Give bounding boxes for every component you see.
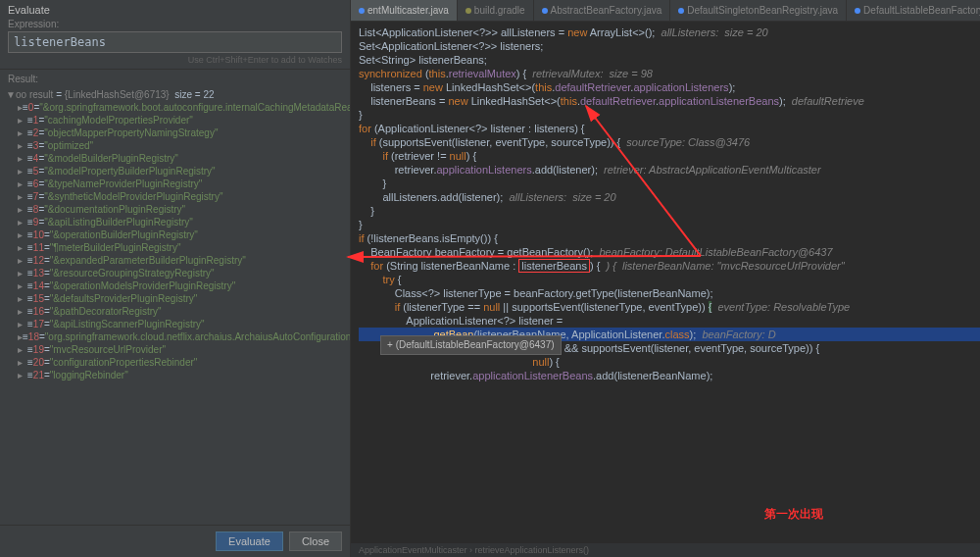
tree-item[interactable]: ▸ ≡ 15 = "&defaultsProviderPluginRegistr… (4, 292, 346, 305)
debug-tooltip: + (DefaultListableBeanFactory@6437) (380, 335, 562, 355)
editor-tab[interactable]: entMulticaster.java (351, 0, 458, 21)
tree-item[interactable]: ▸ ≡ 18 = "org.springframework.cloud.netf… (4, 330, 346, 343)
editor-tab[interactable]: AbstractBeanFactory.java (534, 0, 671, 21)
tree-item[interactable]: ▸ ≡ 8 = "&documentationPluginRegistry" (4, 203, 346, 216)
tree-item[interactable]: ▸ ≡ 14 = "&operationModelsProviderPlugin… (4, 279, 346, 292)
tree-item[interactable]: ▸ ≡ 4 = "&modelBuilderPluginRegistry" (4, 152, 346, 165)
tree-item[interactable]: ▸ ≡ 6 = "&typeNameProviderPluginRegistry… (4, 177, 346, 190)
result-tree[interactable]: ▼ oo result = {LinkedHashSet@6713} size … (0, 86, 350, 525)
hint-text: Use Ctrl+Shift+Enter to add to Watches (8, 55, 342, 65)
tree-root[interactable]: ▼ oo result = {LinkedHashSet@6713} size … (4, 88, 346, 101)
dialog-title: Evaluate (8, 4, 342, 16)
evaluate-button[interactable]: Evaluate (216, 532, 283, 551)
tree-item[interactable]: ▸ ≡ 12 = "&expandedParameterBuilderPlugi… (4, 254, 346, 267)
tree-item[interactable]: ▸ ≡ 16 = "&pathDecoratorRegistry" (4, 305, 346, 318)
code-editor[interactable]: List<ApplicationListener<?>> allListener… (351, 22, 980, 543)
tree-item[interactable]: ▸ ≡ 3 = "optimized" (4, 139, 346, 152)
tree-item[interactable]: ▸ ≡ 19 = "mvcResourceUrlProvider" (4, 343, 346, 356)
tree-item[interactable]: ▸ ≡ 1 = "cachingModelPropertiesProvider" (4, 114, 346, 127)
editor-tab[interactable]: DefaultSingletonBeanRegistry.java (670, 0, 847, 21)
tree-item[interactable]: ▸ ≡ 13 = "&resourceGroupingStrategyRegis… (4, 267, 346, 279)
close-button[interactable]: Close (289, 532, 342, 551)
tree-item[interactable]: ▸ ≡ 9 = "&apiListingBuilderPluginRegistr… (4, 216, 346, 228)
editor-tab[interactable]: build.gradle (458, 0, 534, 21)
editor-tabs[interactable]: entMulticaster.javabuild.gradleAbstractB… (351, 0, 980, 22)
tree-item[interactable]: ▸ ≡ 7 = "&syntheticModelProviderPluginRe… (4, 190, 346, 203)
tree-item[interactable]: ▸ ≡ 17 = "&apiListingScannerPluginRegist… (4, 318, 346, 330)
annotation-text: 第一次出现 (764, 506, 823, 523)
tree-item[interactable]: ▸ ≡ 2 = "objectMapperPropertyNamingStrat… (4, 127, 346, 139)
result-label: Result: (8, 74, 342, 84)
tree-item[interactable]: ▸ ≡ 5 = "&modelPropertyBuilderPluginRegi… (4, 165, 346, 177)
expression-label: Expression: (8, 19, 342, 29)
tree-item[interactable]: ▸ ≡ 0 = "&org.springframework.boot.autoc… (4, 101, 346, 114)
tree-item[interactable]: ▸ ≡ 20 = "configurationPropertiesRebinde… (4, 356, 346, 369)
editor-tab[interactable]: DefaultListableBeanFactory.java (847, 0, 980, 21)
breadcrumb[interactable]: ApplicationEventMulticaster › retrieveAp… (351, 543, 980, 557)
expression-input[interactable] (8, 31, 342, 53)
tree-item[interactable]: ▸ ≡ 10 = "&operationBuilderPluginRegistr… (4, 228, 346, 241)
tree-item[interactable]: ▸ ≡ 11 = "¶meterBuilderPluginRegistry" (4, 241, 346, 254)
tree-item[interactable]: ▸ ≡ 21 = "loggingRebinder" (4, 369, 346, 381)
highlight-listenerBeans: listenerBeans (518, 259, 590, 273)
